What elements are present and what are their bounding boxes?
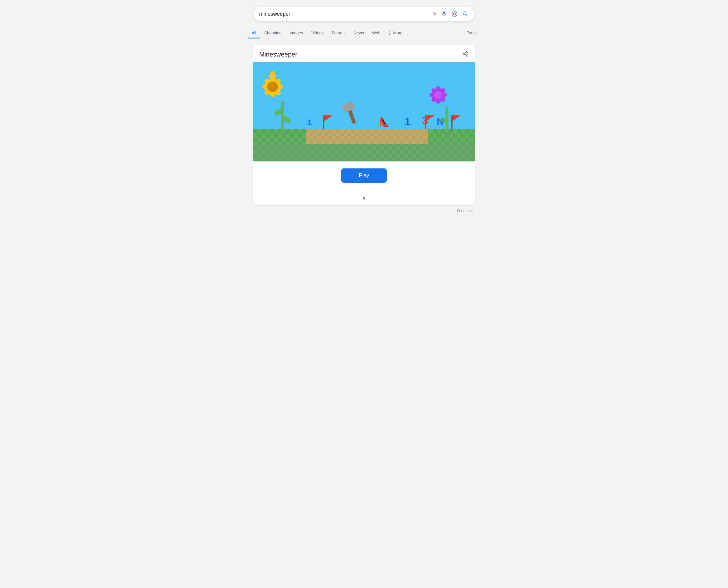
nav-tabs: All Shopping Images Videos Forums News W… [245, 27, 483, 39]
chevron-down-icon: ∨ [362, 194, 366, 201]
svg-point-6 [466, 51, 468, 53]
microphone-button[interactable] [441, 11, 447, 17]
tab-news[interactable]: News [350, 28, 368, 38]
search-bar: ✕ [253, 7, 475, 21]
game-number-n: N [437, 116, 443, 127]
svg-point-8 [466, 55, 468, 57]
game-number-blue1: 1 [405, 116, 410, 127]
play-area: Play [253, 162, 475, 190]
purple-flower-head [428, 85, 448, 105]
game-number-3: 3 [422, 115, 428, 127]
main-content: Minesweeper [253, 45, 475, 213]
flag-triangle-1 [324, 115, 333, 121]
svg-point-1 [454, 13, 456, 15]
card-title: Minesweeper [259, 51, 297, 58]
ground-bottom [253, 144, 475, 162]
share-button[interactable] [462, 50, 469, 58]
tab-forums[interactable]: Forums [328, 28, 349, 38]
sunflower-center [267, 82, 278, 92]
sunflower-leaf-left [274, 108, 283, 116]
sunflower-leaf-right [282, 116, 291, 123]
more-label: More [393, 30, 402, 35]
feedback-link[interactable]: Feedback [457, 209, 473, 213]
sunflower-head [261, 75, 284, 99]
flag-triangle-3 [453, 115, 461, 121]
game-symbol-shoe: 👠 [379, 117, 389, 127]
flag-3 [451, 115, 453, 129]
search-input[interactable] [259, 11, 433, 17]
search-icons: ✕ [433, 10, 469, 18]
svg-line-10 [465, 52, 466, 53]
purple-flower-stem [445, 107, 448, 130]
hammer-head [341, 101, 355, 113]
feedback-bar: Feedback [253, 208, 475, 213]
tab-shopping[interactable]: Shopping [260, 28, 286, 38]
dirt-patch [306, 129, 428, 144]
tools-button[interactable]: Tools [463, 28, 481, 38]
game-card: Minesweeper [253, 45, 475, 205]
sunflower [271, 78, 294, 130]
flag-1 [323, 115, 324, 129]
svg-line-9 [465, 54, 466, 55]
purple-center [434, 91, 442, 99]
clear-button[interactable]: ✕ [433, 11, 437, 17]
sunflower-stem [281, 101, 284, 130]
more-button[interactable]: ⋮ More [384, 27, 405, 39]
tab-all[interactable]: All [247, 28, 260, 38]
card-header: Minesweeper [253, 45, 475, 62]
game-illustration: 1 👠 1 3 N [253, 62, 475, 162]
hammer [346, 105, 356, 124]
play-button[interactable]: Play [341, 168, 387, 183]
lens-button[interactable] [451, 11, 458, 17]
tab-videos[interactable]: Videos [307, 28, 328, 38]
expand-section[interactable]: ∨ [253, 190, 475, 205]
tab-web[interactable]: Web [368, 28, 385, 38]
tab-images[interactable]: Images [286, 28, 307, 38]
game-number-1: 1 [307, 118, 312, 127]
svg-point-7 [463, 53, 465, 55]
search-submit-button[interactable] [462, 10, 469, 18]
